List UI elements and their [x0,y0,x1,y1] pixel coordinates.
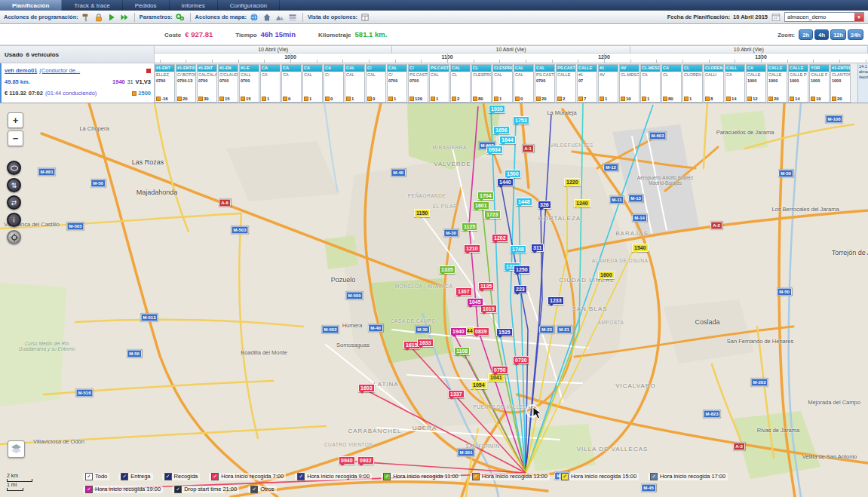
map-area[interactable]: + − ⇅ ⇄ i 2 km 1 mi ✓Todo✓Entrega✓Recogi… [0,103,868,497]
time-marker-326[interactable]: 326 [538,201,551,209]
tab-track-trace[interactable]: Track & trace [62,0,122,11]
pan-vertical-tool-button[interactable]: ⇅ [7,178,21,192]
legend-checkbox[interactable]: ✓ [174,486,182,493]
order-chip[interactable]: CALCAL0 [514,64,534,103]
time-marker-0940[interactable]: 0940 [339,456,355,465]
time-marker-0839[interactable]: 0839 [473,327,489,336]
time-marker-1240[interactable]: 1240 [574,199,590,207]
order-chip[interactable]: CLCLESPRO80 [471,64,492,103]
order-chip[interactable]: YORCALLE F100010 [809,64,830,103]
warehouse-select[interactable]: almacen_demo ▼ [784,12,864,22]
order-chip[interactable]: CL.MESONCA1 [640,64,661,103]
order-chip[interactable]: CALCL2 [450,64,471,103]
order-chip[interactable]: CACA1 [260,64,281,103]
legend-checkbox[interactable]: ✓ [85,486,93,493]
dropdown-arrow-icon[interactable]: ▼ [854,13,863,21]
order-chip[interactable]: CALLE#1077 [577,64,597,103]
legend-checkbox[interactable]: ✓ [85,473,93,480]
time-marker-0750[interactable]: 0750 [492,366,508,374]
window-icon[interactable] [360,12,370,23]
time-marker-1656[interactable]: 1656 [493,126,510,134]
time-marker-1448[interactable]: 1448 [516,198,532,206]
legend-item[interactable]: ✓Entrega [118,473,152,480]
time-marker-223[interactable]: 223 [514,285,527,293]
timeline-hours[interactable]: 1000110012001300 [155,54,868,63]
time-marker-1500[interactable]: 1500 [505,170,521,178]
order-chip[interactable]: C/CAL0 [366,64,386,103]
legend-checkbox[interactable]: ✓ [250,486,258,493]
time-marker-1054[interactable]: 1054 [471,381,487,389]
order-chip[interactable]: CALC/07001 [387,64,407,103]
time-marker-1704[interactable]: 1704 [477,192,494,200]
zoom-button-24h[interactable]: 24h [848,29,863,40]
time-marker-1233[interactable]: 1233 [547,296,564,305]
time-marker-1535[interactable]: 1535 [496,328,513,336]
order-chip[interactable]: #1-ENTELLEZ,0700-16 [155,64,175,103]
tab-configuraci-n[interactable]: Configuración [218,0,280,11]
order-chip[interactable]: PS.CASTECAL1 [429,64,449,103]
gears-icon[interactable] [175,12,186,23]
order-chip[interactable]: #1AV1 [598,64,618,103]
order-chip[interactable]: CACAL1 [302,64,323,103]
time-marker-1753[interactable]: 1753 [513,116,529,124]
legend-checkbox[interactable]: ✓ [383,473,391,480]
order-chip[interactable]: C/PS.CASTE0700120 [408,64,428,103]
time-marker-1250[interactable]: 1250 [514,265,530,274]
order-chip[interactable]: CLORENCALLI8 [704,64,724,103]
order-chip[interactable]: CACALLE100012 [746,64,766,103]
time-marker-1540[interactable]: 1540 [632,244,649,252]
order-chip[interactable]: PS.CASTELCALLE2 [556,64,576,103]
fast-forward-icon[interactable] [119,12,130,23]
legend-checkbox[interactable]: ✓ [472,473,480,480]
order-chip[interactable]: CACL80 [661,64,682,103]
lock-icon[interactable] [94,12,104,23]
zoom-button-2h[interactable]: 2h [799,29,813,40]
legend-checkbox[interactable]: ✓ [650,473,658,480]
vehicle-driver-link[interactable]: (Conductor de... [39,65,144,76]
legend-item[interactable]: ✓Hora inicio recogida 15:00 [559,473,639,480]
order-chip[interactable]: #1-ENT01C/.BOTONER0700-1320 [176,64,196,103]
time-marker-1723[interactable]: 1723 [484,210,501,219]
draw-oval-tool-button[interactable] [7,161,21,175]
order-chip[interactable]: CALLCA14 [725,64,745,103]
order-chip[interactable]: CALCAL1 [345,64,365,103]
time-marker-1440[interactable]: 1440 [497,178,514,186]
time-marker-1644[interactable]: 1644 [499,136,516,144]
map-zoom-out-button[interactable]: − [8,130,23,146]
order-chip[interactable]: AVCL.MESON10 [619,64,639,103]
time-marker-1045[interactable]: 1045 [467,298,483,306]
time-marker-1125[interactable]: 1125 [462,222,477,231]
hammer-icon[interactable] [81,12,91,23]
info-tool-button[interactable]: i [7,213,21,227]
time-marker-1220[interactable]: 1220 [564,178,581,186]
time-marker-0934[interactable]: 0934 [486,146,503,154]
legend-item[interactable]: ✓Otros [248,486,276,493]
legend-checkbox[interactable]: ✓ [297,473,305,480]
legend-item[interactable]: ✓Hora inicio recogida 9:00 [295,473,372,480]
order-chip[interactable]: #1-ENC/CLAUDI070015 [218,64,238,103]
legend-item[interactable]: ✓Hora inicio recogida 17:00 [648,473,728,480]
order-chip[interactable]: CALLECALLE100020 [767,64,787,103]
tab-informes[interactable]: Informes [170,0,218,11]
layers-icon[interactable] [287,12,298,23]
time-marker-1337[interactable]: 1337 [448,390,465,398]
order-chip[interactable]: CALPS.CASTEL070020 [535,64,555,103]
order-chip[interactable]: CALLECALLE P100014 [788,64,808,103]
locate-tool-button[interactable] [7,230,21,244]
time-marker-1603[interactable]: 1603 [358,384,375,392]
time-marker-1210[interactable]: 1210 [464,244,480,253]
legend-checkbox[interactable]: ✓ [211,473,219,480]
zoom-button-4h[interactable]: 4h [814,29,829,40]
legend-checkbox[interactable]: ✓ [164,473,172,480]
legend-checkbox[interactable]: ✓ [121,473,128,480]
time-marker-0730[interactable]: 0730 [513,356,529,364]
vehicle-name-link[interactable]: veh demo01 [5,65,37,76]
mountains-icon[interactable] [275,12,285,23]
order-chip[interactable]: CLESPROCAL1 [492,64,513,103]
time-marker-1748[interactable]: 1748 [510,245,526,253]
legend-item[interactable]: ✓Hora inicio recogida 19:00 [83,486,163,493]
time-marker-311[interactable]: 311 [531,244,544,252]
time-marker-1335[interactable]: 1335 [439,265,455,274]
map-layers-button[interactable] [8,440,25,458]
legend-item[interactable]: ✓Hora inicio recogida 7:00 [209,473,286,480]
